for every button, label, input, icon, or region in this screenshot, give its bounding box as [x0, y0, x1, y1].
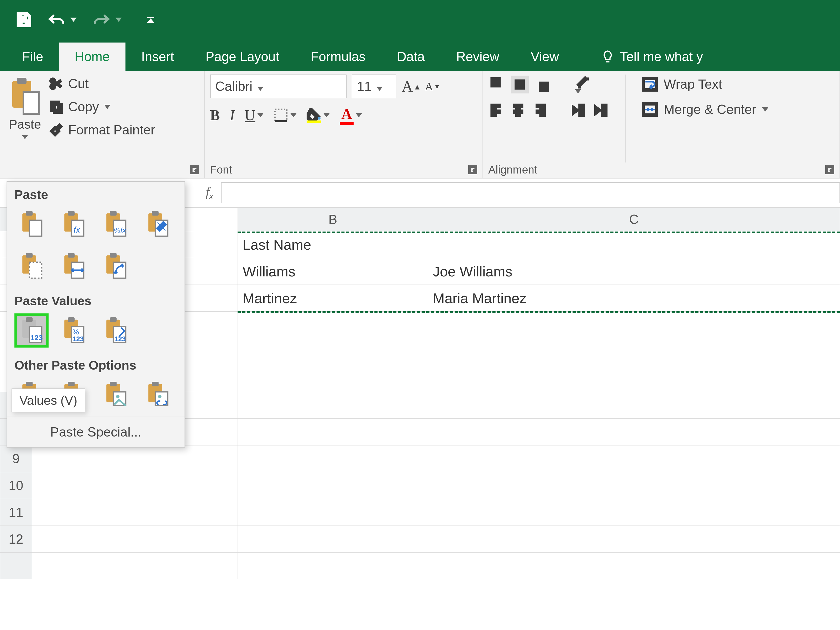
chevron-down-icon[interactable]: [291, 113, 297, 117]
copy-icon: [49, 100, 63, 114]
row-header[interactable]: [0, 553, 32, 579]
qat-customize-icon[interactable]: [145, 14, 156, 25]
fx-icon[interactable]: fx: [206, 185, 213, 201]
align-right-icon[interactable]: [534, 103, 548, 118]
format-painter-button[interactable]: Format Painter: [49, 122, 155, 137]
chevron-down-icon[interactable]: [762, 107, 768, 112]
paste-option-values-source[interactable]: 123: [98, 313, 133, 347]
svg-rect-29: [68, 253, 74, 257]
paste-other-section-header: Other Paste Options: [7, 352, 185, 375]
tab-view[interactable]: View: [515, 43, 575, 71]
paste-option-no-borders[interactable]: [14, 249, 49, 283]
paste-label: Paste: [9, 117, 41, 131]
svg-rect-32: [110, 253, 117, 257]
align-left-icon[interactable]: [488, 103, 503, 118]
column-header[interactable]: C: [428, 208, 840, 231]
paste-option-values[interactable]: 123: [14, 313, 49, 347]
tab-formulas[interactable]: Formulas: [295, 43, 381, 71]
cell[interactable]: [428, 231, 840, 258]
tab-file[interactable]: File: [6, 43, 59, 71]
paste-option-keep-source[interactable]: [141, 207, 175, 241]
font-name-value: Calibri: [215, 79, 253, 94]
align-center-icon[interactable]: [511, 103, 526, 118]
chevron-down-icon[interactable]: [376, 79, 383, 94]
italic-button[interactable]: I: [230, 107, 235, 124]
dialog-launcher-icon[interactable]: [190, 165, 199, 174]
svg-rect-39: [68, 317, 74, 322]
tell-me-search[interactable]: Tell me what y: [585, 43, 719, 71]
ribbon-tabstrip: File Home Insert Page Layout Formulas Da…: [0, 39, 840, 71]
dialog-launcher-icon[interactable]: [825, 165, 834, 174]
wrap-text-button[interactable]: Wrap Text: [642, 77, 768, 92]
align-middle-icon[interactable]: [511, 76, 529, 93]
paste-option-picture[interactable]: [98, 378, 133, 412]
align-bottom-icon[interactable]: [537, 77, 551, 92]
quick-access-toolbar: [0, 0, 840, 39]
chevron-down-icon[interactable]: [257, 113, 264, 117]
cell[interactable]: Joe Williams: [428, 258, 840, 285]
underline-button[interactable]: U: [245, 107, 264, 124]
row-header[interactable]: 12: [0, 526, 32, 553]
row-header[interactable]: 9: [0, 445, 32, 472]
save-icon[interactable]: [16, 12, 32, 28]
column-header[interactable]: B: [238, 208, 428, 231]
dialog-launcher-icon[interactable]: [468, 165, 477, 174]
cell[interactable]: Williams: [238, 258, 428, 285]
svg-rect-7: [275, 109, 287, 121]
svg-rect-26: [26, 253, 33, 257]
formula-input[interactable]: [221, 182, 840, 203]
tell-me-label: Tell me what y: [620, 49, 703, 64]
font-color-button[interactable]: A: [339, 106, 362, 125]
scissors-icon: [49, 77, 63, 90]
svg-text:123: 123: [30, 333, 43, 342]
svg-point-8: [317, 117, 321, 120]
copy-button[interactable]: Copy: [49, 99, 155, 114]
merge-center-button[interactable]: Merge & Center: [642, 102, 768, 117]
decrease-indent-icon[interactable]: [572, 103, 586, 118]
paste-button[interactable]: Paste: [5, 74, 45, 141]
tab-page-layout[interactable]: Page Layout: [190, 43, 295, 71]
fill-color-button[interactable]: [306, 107, 330, 123]
paste-option-paste[interactable]: [14, 207, 49, 241]
orientation-icon[interactable]: [575, 74, 590, 95]
copy-label: Copy: [68, 99, 99, 114]
paste-special-menuitem[interactable]: Paste Special...: [7, 417, 185, 447]
decrease-font-icon[interactable]: A▾: [425, 80, 439, 93]
paste-option-formulas[interactable]: fx: [57, 207, 90, 241]
font-size-combo[interactable]: 11: [352, 74, 396, 98]
paste-icon: [9, 76, 41, 115]
row-header[interactable]: 10: [0, 472, 32, 499]
align-top-icon[interactable]: [488, 77, 503, 92]
redo-icon[interactable]: [92, 13, 122, 27]
cell[interactable]: Maria Martinez: [428, 285, 840, 312]
undo-icon[interactable]: [47, 13, 77, 27]
bold-button[interactable]: B: [210, 107, 220, 124]
tab-data[interactable]: Data: [381, 43, 441, 71]
alignment-group-label: Alignment: [488, 164, 537, 176]
paste-option-values-number[interactable]: %123: [57, 313, 90, 347]
font-name-combo[interactable]: Calibri: [210, 74, 346, 98]
increase-indent-icon[interactable]: [594, 103, 609, 118]
svg-rect-12: [26, 211, 33, 216]
svg-rect-23: [152, 211, 159, 216]
paste-option-linked-picture[interactable]: [141, 378, 175, 412]
paste-dropdown-icon[interactable]: [22, 132, 28, 141]
row-header[interactable]: 11: [0, 499, 32, 526]
copy-marquee: [238, 311, 840, 313]
tab-insert[interactable]: Insert: [125, 43, 190, 71]
paste-option-transpose[interactable]: [98, 249, 133, 283]
paste-option-formulas-number[interactable]: %fx: [98, 207, 133, 241]
tab-home[interactable]: Home: [59, 43, 125, 71]
increase-font-icon[interactable]: A▴: [402, 77, 420, 96]
chevron-down-icon[interactable]: [104, 105, 111, 109]
paste-option-column-widths[interactable]: [57, 249, 90, 283]
cut-button[interactable]: Cut: [49, 76, 155, 92]
chevron-down-icon[interactable]: [356, 113, 362, 117]
svg-text:123: 123: [73, 335, 84, 343]
cell[interactable]: Last Name: [238, 231, 428, 258]
borders-button[interactable]: [273, 108, 297, 123]
tab-review[interactable]: Review: [441, 43, 515, 71]
chevron-down-icon[interactable]: [257, 79, 264, 94]
chevron-down-icon[interactable]: [324, 113, 330, 117]
cell[interactable]: Martinez: [238, 285, 428, 312]
